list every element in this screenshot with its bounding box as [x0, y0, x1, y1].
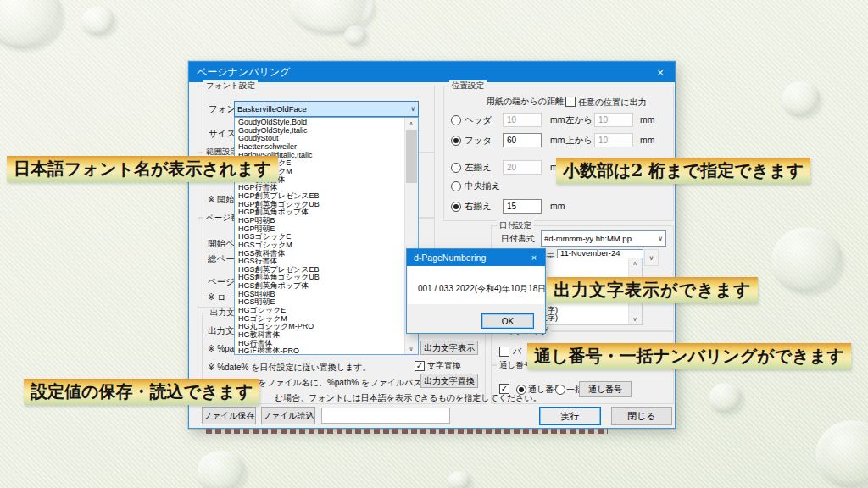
file-load-button[interactable]: ファイル読込 — [261, 407, 315, 424]
note-page-token: ※ %pa — [208, 344, 234, 353]
water-droplet — [709, 383, 743, 413]
annotation-output-display: 出力文字表示ができます — [547, 277, 758, 303]
water-droplet — [815, 420, 868, 488]
output-text-field-label: 出力文 — [208, 325, 235, 337]
water-droplet — [771, 227, 843, 293]
date-settings-caption: 日付設定 — [497, 220, 534, 231]
dialog-titlebar[interactable]: ページナンバリング × — [189, 62, 675, 82]
date-format-label: 日付書式 — [501, 233, 535, 245]
date-format-value: #d-mmmm-yy hh:MM pp — [544, 234, 632, 243]
unit-mm: mm — [640, 135, 655, 145]
header-radio[interactable] — [451, 115, 461, 125]
replace-checkbox[interactable]: ✓ — [415, 361, 425, 371]
unit-mm: mm — [550, 135, 565, 145]
page-number-label: ページ番 — [208, 276, 235, 288]
annotation-decimal: 小数部は2 桁まで指定できます — [556, 158, 810, 184]
close-icon[interactable]: × — [646, 62, 675, 82]
output-text-replace-button[interactable]: 出力文字置換 — [420, 374, 478, 388]
water-droplet — [782, 81, 821, 117]
right-align-radio[interactable] — [451, 202, 461, 212]
batch-radio[interactable] — [555, 385, 565, 395]
position-settings-caption: 位置設定 — [449, 80, 487, 92]
dialog-title: ページナンバリング — [197, 65, 290, 80]
center-align-label: 中央揃え — [465, 180, 500, 192]
scrollbar-thumb[interactable] — [406, 130, 417, 183]
check-icon: ✓ — [501, 384, 508, 393]
total-page-label: 総ペー — [208, 253, 235, 265]
any-position-checkbox[interactable] — [565, 97, 576, 107]
right-align-field[interactable]: 15 — [503, 199, 542, 214]
font-dropdown-list[interactable]: GoudyOldStyle,BoldGoudyOldStyle,ItalicGo… — [234, 117, 419, 355]
result-popup: d-PageNumbering × 001 / 033 2022(令和4)年10… — [406, 248, 546, 334]
roman-note-label: ※ ロー — [208, 291, 234, 303]
left-align-field[interactable]: 20 — [503, 160, 542, 175]
page-number-caption: ページ番号 — [203, 213, 237, 224]
replace-checkbox-label: 文字置換 — [427, 360, 461, 372]
numbering-enable-checkbox[interactable]: ✓ — [499, 384, 509, 394]
chevron-down-icon: ∨ — [649, 254, 654, 262]
water-droplet — [0, 0, 63, 49]
water-droplet — [197, 451, 246, 488]
backup-checkbox-label: バ — [513, 346, 525, 358]
date-display-dropdown-button[interactable]: ∨ — [644, 249, 659, 266]
from-left-label: 左から — [565, 114, 593, 126]
header-radio-label: ヘッダ — [465, 114, 492, 126]
annotation-save-load: 設定値の保存・読込できます — [24, 379, 259, 405]
water-droplet — [81, 7, 115, 36]
file-save-button[interactable]: ファイル保存 — [202, 407, 256, 424]
left-align-radio[interactable] — [451, 163, 461, 173]
run-button[interactable]: 実行 — [539, 407, 601, 425]
unit-mm: mm — [640, 114, 655, 125]
popup-close-icon[interactable]: × — [523, 249, 545, 266]
from-top-field[interactable]: 10 — [594, 133, 633, 147]
backup-checkbox[interactable] — [499, 347, 509, 357]
output-text-show-button[interactable]: 出力文字表示 — [420, 341, 478, 355]
scroll-up-icon[interactable]: ∧ — [405, 118, 417, 129]
from-top-label: 上から — [565, 135, 593, 147]
size-label: サイズ — [209, 128, 236, 140]
popup-ok-button[interactable]: OK — [481, 313, 534, 329]
annotation-font-name: 日本語フォント名が表示されます — [7, 156, 278, 182]
font-combobox-value: BaskervilleOldFace — [237, 104, 307, 114]
left-align-label: 左揃え — [465, 162, 492, 174]
unit-mm: mm — [550, 201, 565, 211]
popup-message: 001 / 033 2022(令和4)年10月18日 — [418, 283, 546, 295]
font-list-items: GoudyOldStyle,BoldGoudyOldStyle,ItalicGo… — [235, 119, 404, 353]
center-align-radio[interactable] — [451, 181, 461, 191]
check-icon: ✓ — [416, 361, 423, 370]
any-position-label: 任意の位置に出力 — [578, 97, 646, 108]
serial-number-button[interactable]: 通し番号 — [579, 381, 632, 397]
header-distance-field[interactable]: 10 — [503, 113, 542, 127]
distance-header: 用紙の端からの距離 — [487, 96, 564, 108]
page-numbering-dialog: ページナンバリング × フォント設定 フォント BaskervilleOldFa… — [188, 61, 676, 429]
serial-number-radio[interactable] — [516, 385, 526, 395]
annotation-serial-numbering: 通し番号・一括ナンバリングができます — [527, 343, 851, 369]
scroll-down-icon[interactable]: ∨ — [405, 343, 417, 354]
file-path-field[interactable] — [321, 408, 450, 424]
start-page-label: 開始ペ — [208, 238, 235, 250]
date-format-combobox[interactable]: #d-mmmm-yy hh:MM pp ∨ — [541, 230, 666, 247]
font-list-item[interactable]: HG正楷書体-PRO — [235, 347, 404, 353]
desktop-background: ページナンバリング × フォント設定 フォント BaskervilleOldFa… — [0, 0, 868, 488]
unit-mm: mm — [550, 114, 565, 125]
font-settings-caption: フォント設定 — [203, 80, 258, 92]
range-note-start: ※ 開始 — [208, 194, 234, 206]
font-combobox[interactable]: BaskervilleOldFace ∨ — [234, 101, 419, 117]
obscured-red-text — [206, 428, 608, 434]
footer-radio-label: フッタ — [465, 135, 492, 147]
water-droplet — [448, 471, 471, 488]
footer-distance-field[interactable]: 60 — [503, 133, 542, 147]
close-button[interactable]: 閉じる — [611, 407, 672, 425]
popup-title: d-PageNumbering — [414, 252, 486, 263]
chevron-down-icon[interactable]: ∨ — [658, 235, 663, 242]
note-date-token: ※ %date% を日付設定に従い置換します。 — [208, 362, 371, 374]
from-left-field[interactable]: 10 — [594, 113, 633, 127]
water-droplet — [344, 25, 367, 46]
scroll-down-icon[interactable]: ∨ — [629, 314, 641, 324]
chevron-down-icon[interactable]: ∨ — [410, 105, 415, 113]
scroll-up-icon[interactable]: ∧ — [629, 258, 641, 269]
footer-radio[interactable] — [451, 136, 461, 146]
right-align-label: 右揃え — [465, 201, 492, 213]
popup-titlebar[interactable]: d-PageNumbering × — [407, 249, 545, 266]
